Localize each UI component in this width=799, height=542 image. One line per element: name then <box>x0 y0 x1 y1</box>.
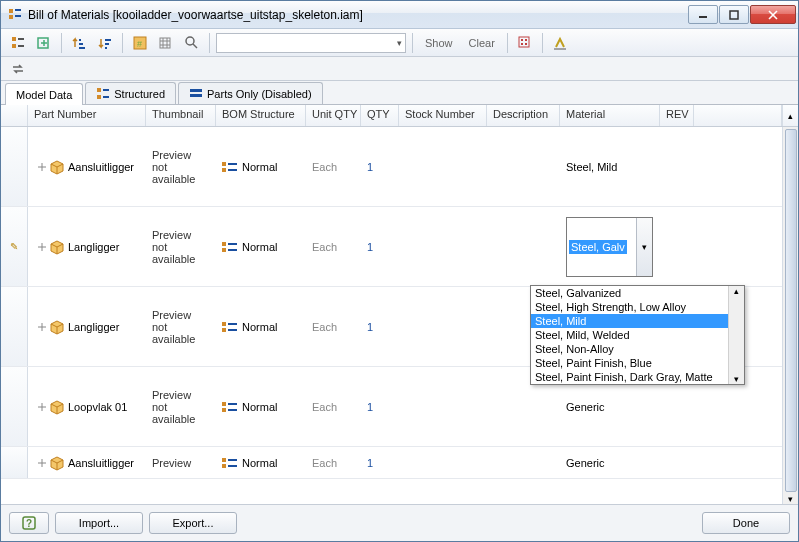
scroll-up-arrow[interactable]: ▴ <box>782 105 798 126</box>
svg-rect-21 <box>160 38 170 48</box>
col-rev[interactable]: REV <box>660 105 694 126</box>
swap-icon[interactable] <box>7 58 29 80</box>
dropdown-option[interactable]: Steel, High Strength, Low Alloy <box>531 300 728 314</box>
cell-rev[interactable] <box>660 207 694 286</box>
tab-parts-only[interactable]: Parts Only (Disabled) <box>178 82 323 104</box>
mass-props-icon[interactable] <box>155 32 177 54</box>
grid-settings-icon[interactable] <box>514 32 536 54</box>
cell-qty[interactable]: 1 <box>361 127 399 206</box>
cell-bom-structure[interactable]: Normal <box>216 367 306 446</box>
col-unit-qty[interactable]: Unit QTY <box>306 105 361 126</box>
material-editor[interactable]: Steel, Galv▾ <box>566 217 653 277</box>
cell-description[interactable] <box>487 207 560 286</box>
cell-stock-number[interactable] <box>399 127 487 206</box>
col-qty[interactable]: QTY <box>361 105 399 126</box>
cell-unit-qty[interactable]: Each <box>306 207 361 286</box>
done-button[interactable]: Done <box>702 512 790 534</box>
cell-rev[interactable] <box>660 447 694 478</box>
col-part-number[interactable]: Part Number <box>28 105 146 126</box>
bom-app-icon <box>7 7 23 23</box>
dropdown-option[interactable]: Steel, Galvanized <box>531 286 728 300</box>
cell-unit-qty[interactable]: Each <box>306 447 361 478</box>
scroll-down-icon[interactable]: ▾ <box>788 494 793 504</box>
help-button[interactable]: ? <box>9 512 49 534</box>
col-thumbnail[interactable]: Thumbnail <box>146 105 216 126</box>
cell-part-number[interactable]: Aansluitligger <box>28 127 146 206</box>
row-header <box>1 447 28 478</box>
cell-material[interactable]: Generic <box>560 447 660 478</box>
dropdown-option[interactable]: Steel, Mild <box>531 314 728 328</box>
cell-part-number[interactable]: Langligger <box>28 287 146 366</box>
cell-stock-number[interactable] <box>399 287 487 366</box>
export-button[interactable]: Export... <box>149 512 237 534</box>
maximize-button[interactable] <box>719 5 749 24</box>
export-icon[interactable] <box>33 32 55 54</box>
cell-rev[interactable] <box>660 127 694 206</box>
col-stock-number[interactable]: Stock Number <box>399 105 487 126</box>
close-button[interactable] <box>750 5 796 24</box>
col-description[interactable]: Description <box>487 105 560 126</box>
bom-structure-icon <box>222 161 238 173</box>
scroll-down-icon[interactable]: ▾ <box>734 374 739 384</box>
cell-part-number[interactable]: Langligger <box>28 207 146 286</box>
row-header: ✎ <box>1 207 28 286</box>
main-toolbar: # Show Clear <box>1 29 798 57</box>
cell-qty[interactable]: 1 <box>361 367 399 446</box>
svg-rect-11 <box>18 45 24 47</box>
show-button[interactable]: Show <box>419 37 459 49</box>
dropdown-option[interactable]: Steel, Paint Finish, Dark Gray, Matte <box>531 370 728 384</box>
cell-unit-qty[interactable]: Each <box>306 127 361 206</box>
svg-rect-0 <box>9 9 13 13</box>
view-options-icon[interactable] <box>7 32 29 54</box>
svg-rect-17 <box>105 43 109 45</box>
cell-description[interactable] <box>487 447 560 478</box>
bom-structure-text: Normal <box>242 161 277 173</box>
sort-desc-icon[interactable] <box>94 32 116 54</box>
table-row[interactable]: AansluitliggerPreview not availableNorma… <box>1 127 782 207</box>
tab-model-data[interactable]: Model Data <box>5 83 83 105</box>
cell-part-number[interactable]: Aansluitligger <box>28 447 146 478</box>
cell-bom-structure[interactable]: Normal <box>216 207 306 286</box>
cell-stock-number[interactable] <box>399 367 487 446</box>
dropdown-option[interactable]: Steel, Paint Finish, Blue <box>531 356 728 370</box>
dropdown-scrollbar[interactable]: ▴ ▾ <box>728 286 744 384</box>
dropdown-option[interactable]: Steel, Mild, Welded <box>531 328 728 342</box>
cell-unit-qty[interactable]: Each <box>306 367 361 446</box>
svg-rect-26 <box>525 39 527 41</box>
cell-material-editing[interactable]: Steel, Galv▾ <box>560 207 660 286</box>
cell-qty[interactable]: 1 <box>361 447 399 478</box>
minimize-button[interactable] <box>688 5 718 24</box>
secondary-toolbar <box>1 57 798 81</box>
dropdown-option[interactable]: Steel, Non-Alloy <box>531 342 728 356</box>
cell-bom-structure[interactable]: Normal <box>216 287 306 366</box>
table-row[interactable]: AansluitliggerPreviewNormalEach1Generic <box>1 447 782 479</box>
clear-button[interactable]: Clear <box>463 37 501 49</box>
cell-part-number[interactable]: Loopvlak 01 <box>28 367 146 446</box>
cell-description[interactable] <box>487 127 560 206</box>
material-dropdown[interactable]: Steel, GalvanizedSteel, High Strength, L… <box>530 285 745 385</box>
dropdown-button[interactable]: ▾ <box>636 218 652 276</box>
svg-rect-48 <box>222 242 226 246</box>
svg-rect-2 <box>15 9 21 11</box>
find-icon[interactable] <box>181 32 203 54</box>
cell-unit-qty[interactable]: Each <box>306 287 361 366</box>
update-icon[interactable] <box>549 32 571 54</box>
scroll-thumb[interactable] <box>785 129 797 492</box>
cell-bom-structure[interactable]: Normal <box>216 447 306 478</box>
table-row[interactable]: ✎LangliggerPreview not availableNormalEa… <box>1 207 782 287</box>
import-button[interactable]: Import... <box>55 512 143 534</box>
col-material[interactable]: Material <box>560 105 660 126</box>
cell-stock-number[interactable] <box>399 447 487 478</box>
col-bom-structure[interactable]: BOM Structure <box>216 105 306 126</box>
filter-combo[interactable] <box>216 33 406 53</box>
cell-material[interactable]: Steel, Mild <box>560 127 660 206</box>
cell-stock-number[interactable] <box>399 207 487 286</box>
cell-qty[interactable]: 1 <box>361 287 399 366</box>
vertical-scrollbar[interactable]: ▾ <box>782 127 798 504</box>
cell-bom-structure[interactable]: Normal <box>216 127 306 206</box>
part-number-icon[interactable]: # <box>129 32 151 54</box>
sort-asc-icon[interactable] <box>68 32 90 54</box>
tab-structured[interactable]: Structured <box>85 82 176 104</box>
cell-qty[interactable]: 1 <box>361 207 399 286</box>
scroll-up-icon[interactable]: ▴ <box>734 286 739 296</box>
